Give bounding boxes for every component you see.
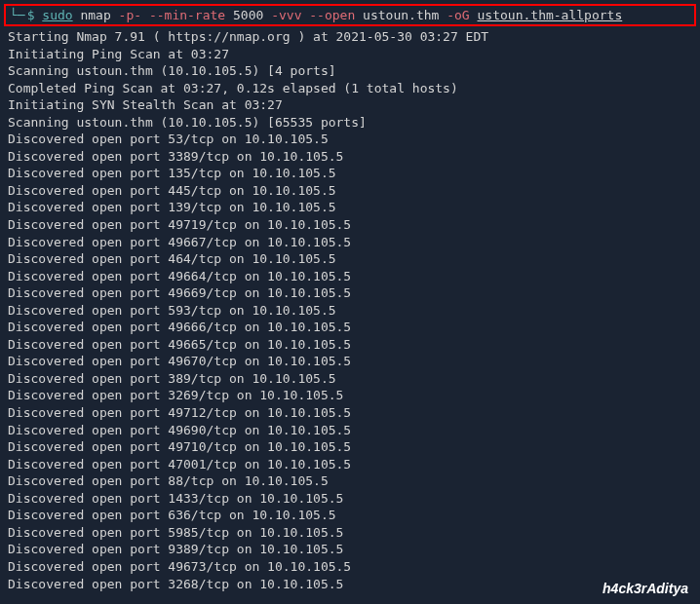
target-host: ustoun.thm [363,8,439,22]
output-line: Discovered open port 3269/tcp on 10.10.1… [4,387,696,404]
cmd-nmap: nmap [80,8,110,22]
output-line: Initiating SYN Stealth Scan at 03:27 [4,96,696,114]
output-line: Starting Nmap 7.91 ( https://nmap.org ) … [4,28,696,46]
output-line: Discovered open port 1433/tcp on 10.10.1… [4,490,696,508]
output-line: Discovered open port 135/tcp on 10.10.10… [4,165,696,182]
output-line: Discovered open port 49666/tcp on 10.10.… [4,319,696,336]
terminal-window: └─$ sudo nmap -p- --min-rate 5000 -vvv -… [4,4,696,600]
cmd-sudo: sudo [42,8,72,22]
output-line: Scanning ustoun.thm (10.10.105.5) [65535… [4,114,696,132]
prompt-icon: └─ [10,8,25,22]
command-line[interactable]: └─$ sudo nmap -p- --min-rate 5000 -vvv -… [4,4,696,26]
output-line: Discovered open port 88/tcp on 10.10.105… [4,472,696,490]
output-line: Discovered open port 5985/tcp on 10.10.1… [4,524,696,542]
output-line: Discovered open port 49664/tcp on 10.10.… [4,268,696,285]
flag-p: -p- [119,8,141,22]
output-line: Discovered open port 49670/tcp on 10.10.… [4,353,696,370]
output-line: Discovered open port 3389/tcp on 10.10.1… [4,148,696,166]
output-line: Discovered open port 47001/tcp on 10.10.… [4,456,696,473]
output-line: Discovered open port 445/tcp on 10.10.10… [4,182,696,200]
output-line: Discovered open port 49710/tcp on 10.10.… [4,438,696,456]
output-line: Completed Ping Scan at 03:27, 0.12s elap… [4,80,696,97]
output-file: ustoun.thm-allports [478,8,623,22]
output-line: Discovered open port 636/tcp on 10.10.10… [4,507,696,524]
watermark: h4ck3rAditya [603,581,688,596]
terminal-output: Starting Nmap 7.91 ( https://nmap.org ) … [4,28,696,592]
output-line: Scanning ustoun.thm (10.10.105.5) [4 por… [4,62,696,80]
output-line: Discovered open port 49673/tcp on 10.10.… [4,558,696,576]
output-line: Discovered open port 464/tcp on 10.10.10… [4,250,696,268]
output-line: Discovered open port 139/tcp on 10.10.10… [4,199,696,216]
output-line: Discovered open port 49667/tcp on 10.10.… [4,234,696,251]
output-line: Discovered open port 593/tcp on 10.10.10… [4,302,696,320]
output-line: Discovered open port 49690/tcp on 10.10.… [4,422,696,439]
output-line: Discovered open port 49719/tcp on 10.10.… [4,216,696,234]
flag-vvv: -vvv [271,8,301,22]
flag-open: --open [309,8,355,22]
output-line: Discovered open port 9389/tcp on 10.10.1… [4,541,696,558]
flag-min-rate: --min-rate [149,8,225,22]
prompt-dollar: $ [27,8,35,22]
rate-value: 5000 [233,8,263,22]
output-line: Discovered open port 53/tcp on 10.10.105… [4,131,696,148]
output-line: Discovered open port 389/tcp on 10.10.10… [4,370,696,388]
flag-oG: -oG [447,8,469,22]
output-line: Discovered open port 49669/tcp on 10.10.… [4,284,696,302]
output-line: Discovered open port 49665/tcp on 10.10.… [4,336,696,354]
output-line: Initiating Ping Scan at 03:27 [4,46,696,63]
output-line: Discovered open port 3268/tcp on 10.10.1… [4,576,696,593]
output-line: Discovered open port 49712/tcp on 10.10.… [4,404,696,422]
